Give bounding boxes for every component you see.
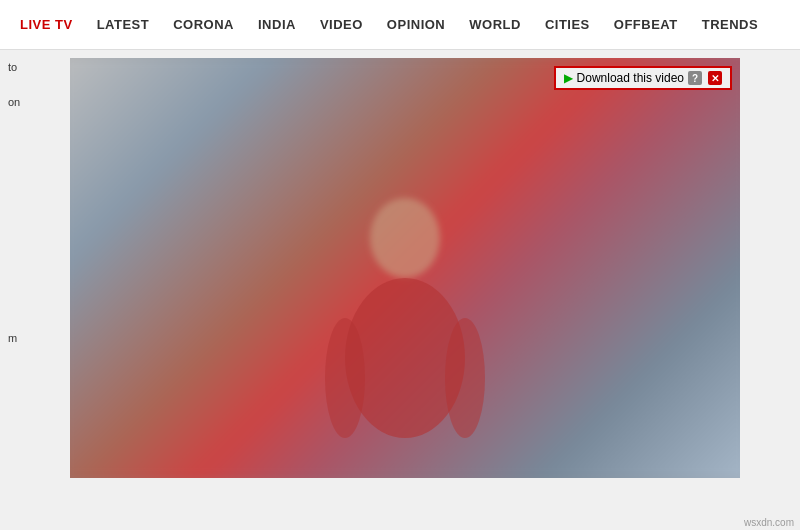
nav-item-corona[interactable]: CORONA — [161, 0, 246, 49]
video-person — [305, 178, 505, 478]
left-sidebar: to on m — [0, 50, 70, 530]
sidebar-text-3: m — [8, 331, 62, 346]
nav-item-opinion[interactable]: OPINION — [375, 0, 457, 49]
navbar: LIVE TV LATEST CORONA INDIA VIDEO OPINIO… — [0, 0, 800, 50]
nav-item-latest[interactable]: LATEST — [85, 0, 162, 49]
svg-point-0 — [370, 198, 440, 278]
nav-item-trends[interactable]: TRENDS — [690, 0, 770, 49]
nav-item-world[interactable]: WORLD — [457, 0, 533, 49]
nav-item-cities[interactable]: CITIES — [533, 0, 602, 49]
download-video-button[interactable]: ▶ Download this video ? ✕ — [554, 66, 732, 90]
footer-attribution: wsxdn.com — [744, 517, 794, 528]
play-icon: ▶ — [564, 71, 573, 85]
close-icon[interactable]: ✕ — [708, 71, 722, 85]
help-icon[interactable]: ? — [688, 71, 702, 85]
nav-item-offbeat[interactable]: OFFBEAT — [602, 0, 690, 49]
svg-point-3 — [445, 318, 485, 438]
nav-item-india[interactable]: INDIA — [246, 0, 308, 49]
sidebar-text-1: to — [8, 60, 62, 75]
video-section: ▶ Download this video ? ✕ — [70, 50, 800, 530]
nav-item-live-tv[interactable]: LIVE TV — [8, 0, 85, 49]
svg-point-2 — [325, 318, 365, 438]
main-content: to on m — [0, 50, 800, 530]
download-label: Download this video — [577, 71, 684, 85]
nav-item-video[interactable]: VIDEO — [308, 0, 375, 49]
sidebar-text-2: on — [8, 95, 62, 110]
video-player[interactable]: ▶ Download this video ? ✕ — [70, 58, 740, 478]
